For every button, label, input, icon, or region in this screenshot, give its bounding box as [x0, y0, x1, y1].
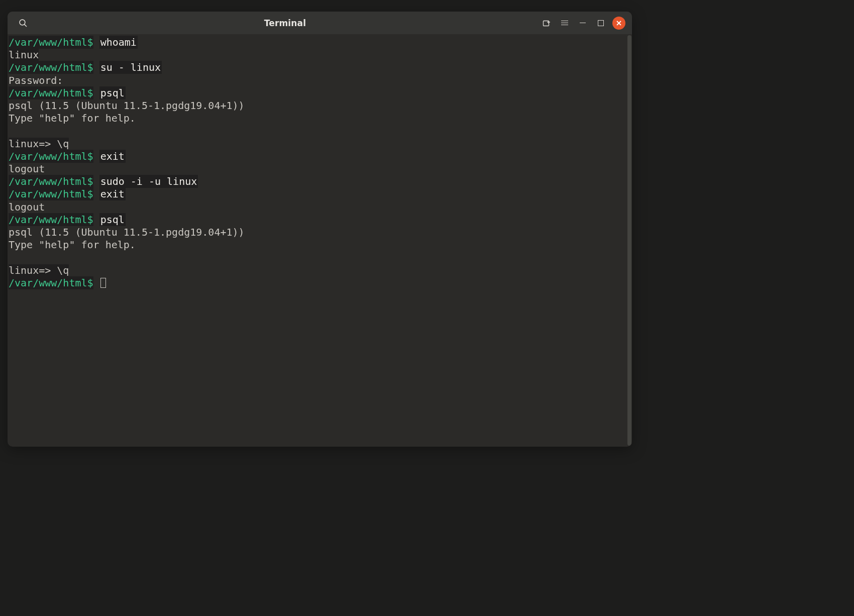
- psql-prompt: linux=> \q: [9, 264, 69, 276]
- shell-command: exit: [99, 150, 126, 163]
- terminal-line: Type "help" for help.: [9, 239, 627, 251]
- shell-prompt: /var/www/html$: [9, 175, 93, 188]
- close-icon: [616, 20, 622, 26]
- hamburger-icon: [561, 21, 568, 25]
- shell-command: sudo -i -u linux: [99, 175, 198, 188]
- terminal-line: Type "help" for help.: [9, 112, 627, 125]
- shell-prompt: /var/www/html$: [9, 213, 93, 226]
- shell-prompt: /var/www/html$: [9, 36, 93, 49]
- terminal-line: /var/www/html$ exit: [9, 188, 627, 200]
- command-output: Password:: [9, 74, 63, 86]
- shell-prompt: /var/www/html$: [9, 276, 93, 289]
- shell-command: whoami: [99, 36, 138, 49]
- terminal-line: /var/www/html$ exit: [9, 150, 627, 163]
- shell-prompt: /var/www/html$: [9, 150, 93, 163]
- menu-button[interactable]: [558, 17, 571, 30]
- terminal-line: linux: [9, 49, 627, 61]
- terminal-line: logout: [9, 201, 627, 214]
- terminal-line: /var/www/html$ whoami: [9, 36, 627, 49]
- terminal-line: /var/www/html$: [9, 277, 627, 289]
- psql-prompt: linux=> \q: [9, 138, 69, 150]
- command-output: logout: [9, 163, 45, 175]
- terminal-body[interactable]: /var/www/html$ whoamilinux/var/www/html$…: [8, 34, 632, 447]
- command-output: linux: [9, 48, 39, 61]
- minimize-icon: [580, 23, 586, 23]
- maximize-icon: [598, 20, 604, 26]
- window-title: Terminal: [37, 18, 533, 28]
- shell-command: su - linux: [99, 61, 162, 74]
- minimize-button[interactable]: [576, 17, 589, 30]
- command-output: Type "help" for help.: [9, 112, 136, 124]
- terminal-line: psql (11.5 (Ubuntu 11.5-1.pgdg19.04+1)): [9, 99, 627, 112]
- svg-line-1: [25, 24, 27, 26]
- titlebar: Terminal: [8, 12, 632, 34]
- new-tab-button[interactable]: [540, 17, 553, 30]
- terminal-line: /var/www/html$ psql: [9, 214, 627, 226]
- command-output: psql (11.5 (Ubuntu 11.5-1.pgdg19.04+1)): [9, 99, 245, 112]
- terminal-line: linux=> \q: [9, 264, 627, 277]
- terminal-line: /var/www/html$ su - linux: [9, 61, 627, 74]
- svg-rect-2: [544, 21, 549, 26]
- scrollbar-thumb[interactable]: [627, 35, 631, 446]
- terminal-line: [9, 251, 627, 264]
- close-button[interactable]: [612, 17, 625, 30]
- shell-prompt: /var/www/html$: [9, 86, 93, 99]
- terminal-line: [9, 125, 627, 137]
- command-output: psql (11.5 (Ubuntu 11.5-1.pgdg19.04+1)): [9, 226, 245, 238]
- terminal-line: /var/www/html$ sudo -i -u linux: [9, 175, 627, 188]
- shell-prompt: /var/www/html$: [9, 187, 93, 200]
- terminal-line: logout: [9, 163, 627, 175]
- terminal-line: /var/www/html$ psql: [9, 87, 627, 99]
- terminal-line: linux=> \q: [9, 138, 627, 150]
- new-tab-icon: [543, 19, 551, 27]
- command-output: Type "help" for help.: [9, 239, 136, 251]
- maximize-button[interactable]: [594, 17, 607, 30]
- shell-command: exit: [99, 187, 126, 200]
- shell-command: psql: [99, 86, 126, 99]
- terminal-output[interactable]: /var/www/html$ whoamilinux/var/www/html$…: [8, 34, 627, 447]
- scrollbar[interactable]: [627, 35, 631, 446]
- search-icon: [19, 19, 28, 28]
- command-output: logout: [9, 201, 45, 213]
- search-button[interactable]: [14, 14, 33, 33]
- cursor: [100, 278, 106, 288]
- terminal-line: psql (11.5 (Ubuntu 11.5-1.pgdg19.04+1)): [9, 226, 627, 239]
- shell-prompt: /var/www/html$: [9, 61, 93, 74]
- svg-point-0: [20, 20, 25, 25]
- shell-command: psql: [99, 213, 126, 226]
- terminal-line: Password:: [9, 74, 627, 87]
- titlebar-right: [538, 17, 628, 30]
- terminal-window: Terminal: [8, 12, 632, 447]
